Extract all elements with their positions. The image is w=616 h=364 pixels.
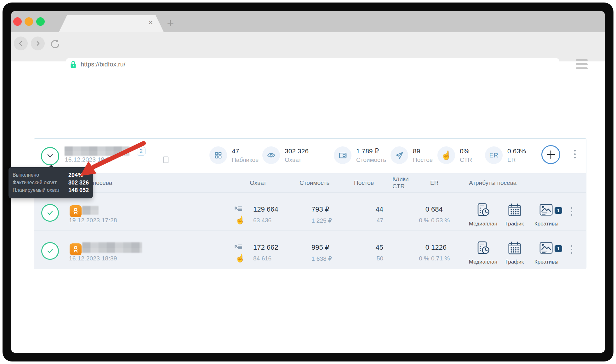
header-clicks: Клики: [392, 175, 409, 182]
progress-tooltip: Выполнено204% Фактический охват302 326 П…: [9, 167, 93, 198]
close-window-icon[interactable]: [13, 17, 22, 26]
campaign-name-blurred: [65, 146, 129, 156]
mediaplan-icon: [465, 202, 501, 218]
header-er: ER: [430, 179, 438, 186]
calendar-icon: [496, 202, 533, 218]
creatives-count-badge: 1: [555, 207, 562, 214]
er-icon: ER: [485, 146, 503, 164]
cell-reach: 172 66284 616: [253, 243, 278, 262]
stat-value: 0%: [460, 147, 472, 155]
cell-posts: 4447: [362, 205, 383, 224]
url-bar[interactable]: https://bidfox.ru/: [66, 58, 559, 71]
seeding-name-blurred: [82, 242, 142, 253]
stat-value: 1 789 ₽: [356, 147, 386, 155]
cell-clicks: 00 %: [396, 205, 429, 224]
stat-posts: 89Постов: [391, 146, 433, 164]
row-date: 16.12.2023 18:39: [69, 255, 117, 262]
attr-label: График: [496, 259, 533, 265]
stat-value: 47: [232, 147, 259, 155]
seeding-name-blurred: [82, 206, 99, 215]
note-icon: [163, 156, 168, 163]
tooltip-label: Планируемый охват: [13, 187, 68, 193]
chevron-down-icon: [46, 154, 54, 159]
hand-icon: ☝: [235, 254, 245, 262]
campaign-count-badge: 2: [137, 147, 145, 156]
chevron-right-icon: [34, 40, 42, 47]
creatives-button[interactable]: 1 Креативы: [528, 240, 565, 265]
attr-label: Креативы: [528, 259, 565, 265]
menu-button[interactable]: [576, 59, 588, 69]
lock-icon: [70, 60, 76, 68]
tooltip-value: 204%: [68, 172, 83, 179]
status-check-button[interactable]: [41, 242, 59, 260]
stat-label: Пабликов: [232, 156, 259, 163]
cell-reach: 129 66463 436: [253, 205, 278, 224]
browser-tab[interactable]: ×: [59, 15, 164, 32]
zoom-window-icon[interactable]: [36, 17, 45, 26]
header-cost: Стоимость: [299, 179, 329, 186]
mediaplan-button[interactable]: Медиаплан: [465, 240, 501, 265]
creatives-button[interactable]: 1 Креативы: [528, 202, 565, 227]
wallet-icon: [334, 146, 351, 164]
chevron-left-icon: [17, 40, 25, 47]
tab-close-icon[interactable]: ×: [148, 18, 153, 26]
check-icon: [47, 248, 54, 254]
browser-window-frame: × +: [3, 3, 613, 361]
cell-er: 12260.71 %: [431, 243, 450, 262]
stat-value: 0.63%: [507, 147, 526, 155]
schedule-button[interactable]: График: [496, 240, 533, 265]
stat-label: ER: [507, 156, 526, 163]
table-row: 19.12.2023 17:28 ☝ 129 66463 436 793 ₽1 …: [34, 192, 586, 231]
campaign-menu-icon[interactable]: [574, 150, 576, 158]
stat-value: 302 326: [285, 147, 309, 155]
campaign-card: 2 16.12.2023 18:37 47Пабликов 302 326Охв…: [34, 138, 586, 269]
image-icon: 1: [528, 240, 565, 256]
row-date: 19.12.2023 17:28: [69, 217, 117, 224]
cell-posts: 4550: [362, 243, 383, 262]
reload-button[interactable]: [49, 38, 60, 51]
back-button[interactable]: [14, 37, 28, 50]
stat-ctr: ☝ 0%CTR: [437, 146, 472, 164]
mediaplan-button[interactable]: Медиаплан: [465, 202, 501, 227]
plus-icon: [546, 150, 556, 159]
stat-publics: 47Пабликов: [209, 146, 259, 164]
add-button[interactable]: [541, 145, 560, 164]
new-tab-icon[interactable]: +: [167, 17, 174, 29]
minimize-window-icon[interactable]: [25, 17, 33, 26]
row-menu-icon[interactable]: [571, 245, 572, 254]
status-check-button[interactable]: [41, 204, 59, 222]
table-row: 16.12.2023 18:39 ☝ 172 66284 616 995 ₽1 …: [34, 230, 586, 269]
header-reach: Охват: [250, 179, 266, 186]
grid-icon: [209, 146, 227, 164]
attr-label: Медиаплан: [465, 259, 501, 265]
header-attributes: Атрибуты посева: [469, 179, 516, 186]
playlist-icon: [234, 206, 243, 213]
tooltip-label: Фактический охват: [13, 180, 68, 185]
table-header: е посева Охват Стоимость Постов Клики CT…: [34, 173, 586, 192]
odnoklassniki-icon: [70, 243, 82, 255]
stat-value: 89: [413, 147, 433, 155]
stat-reach: 302 326Охват: [262, 146, 309, 164]
tooltip-value: 148 052: [68, 187, 89, 194]
header-posts: Постов: [354, 179, 374, 186]
stat-cost: 1 789 ₽Стоимость: [334, 146, 386, 164]
expand-campaign-button[interactable]: [41, 147, 59, 165]
hand-icon: ☝: [235, 216, 245, 224]
stat-er: ER 0.63%ER: [485, 146, 526, 164]
calendar-icon: [496, 240, 533, 256]
browser-navbar: https://bidfox.ru/: [11, 32, 605, 61]
forward-button[interactable]: [31, 37, 45, 50]
schedule-button[interactable]: График: [496, 202, 533, 227]
campaign-date: 16.12.2023 18:37: [65, 156, 113, 163]
browser-screen: × +: [11, 11, 605, 353]
cell-cost: 793 ₽1 225 ₽: [311, 205, 332, 224]
reload-icon: [49, 38, 60, 49]
image-icon: 1: [528, 202, 565, 218]
row-menu-icon[interactable]: [571, 207, 572, 216]
tooltip-label: Выполнено: [13, 172, 68, 178]
hand-icon: ☝: [437, 146, 455, 164]
creatives-count-badge: 1: [555, 245, 562, 252]
eye-icon: [262, 146, 280, 164]
attr-label: График: [496, 221, 533, 227]
mediaplan-icon: [465, 240, 501, 256]
